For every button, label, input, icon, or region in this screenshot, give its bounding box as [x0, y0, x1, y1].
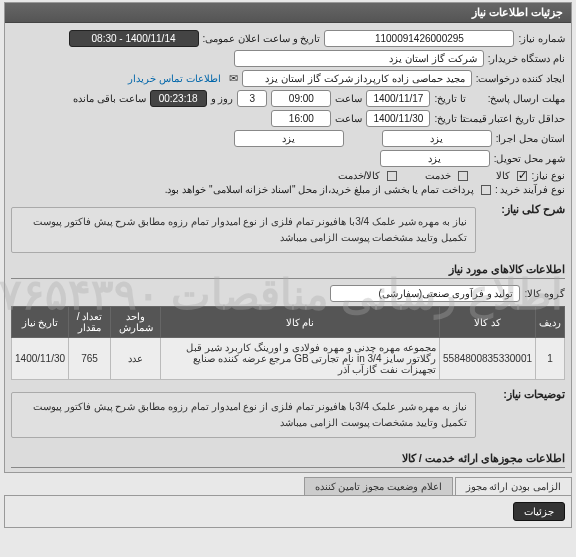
- deliver-city-label: شهر محل تحویل:: [494, 153, 565, 164]
- table-row: 1 5584800835330001 مجموعه مهره چدنی و مه…: [12, 338, 565, 380]
- cell-date: 1400/11/30: [12, 338, 69, 380]
- deadline-reply-time: 09:00: [271, 90, 331, 107]
- panel-body: شماره نیاز: 1100091426000295 تاریخ و ساع…: [5, 23, 571, 472]
- cell-qty: 765: [69, 338, 111, 380]
- goods-label: کالا: [496, 170, 510, 181]
- th-unit: واحد شمارش: [111, 307, 161, 338]
- contact-link[interactable]: اطلاعات تماس خریدار: [128, 73, 221, 84]
- th-qty: تعداد / مقدار: [69, 307, 111, 338]
- buy-process-label: نوع فرآیند خرید :: [495, 184, 565, 195]
- checkbox-buy-process: [481, 185, 491, 195]
- notes-text: نیاز به مهره شیر علمک 3/4با هافیونر تمام…: [11, 392, 476, 438]
- checkbox-goods-service: [387, 171, 397, 181]
- table-header-row: ردیف کد کالا نام کالا واحد شمارش تعداد /…: [12, 307, 565, 338]
- th-code: کد کالا: [440, 307, 536, 338]
- need-number-value: 1100091426000295: [324, 30, 514, 47]
- cell-name: مجموعه مهره چدنی و مهره فولادی و اورینگ …: [161, 338, 440, 380]
- valid-date: 1400/11/30: [366, 110, 430, 127]
- checkbox-goods: [517, 171, 527, 181]
- summary-text: نیاز به مهره شیر علمک 3/4با هافیونر تمام…: [11, 207, 476, 253]
- tab-status[interactable]: اعلام وضعیت مجوز تامین کننده: [304, 477, 453, 495]
- creator-label: ایجاد کننده درخواست:: [476, 73, 565, 84]
- req-type-label: نوع نیاز:: [531, 170, 565, 181]
- remaining-value: 00:23:18: [150, 90, 207, 107]
- notes-label: توضیحات نیاز:: [480, 388, 565, 401]
- exec-city-value: یزد: [382, 130, 492, 147]
- cell-code: 5584800835330001: [440, 338, 536, 380]
- time-label-1: ساعت: [335, 93, 362, 104]
- announce-label: تاریخ و ساعت اعلان عمومی:: [203, 33, 321, 44]
- to-date-label-2: تا تاریخ:: [434, 113, 466, 124]
- deadline-reply-label: مهلت ارسال پاسخ:: [470, 93, 565, 104]
- th-name: نام کالا: [161, 307, 440, 338]
- exec-city-label: استان محل اجرا:: [496, 133, 565, 144]
- goods-section-title: اطلاعات کالاهای مورد نیاز: [11, 263, 565, 276]
- main-panel: جزئیات اطلاعات نیاز شماره نیاز: 11000914…: [4, 2, 572, 473]
- buy-process-note: پرداخت تمام یا بخشی از مبلغ خرید،از محل …: [165, 184, 474, 195]
- details-header: جزئیات: [513, 502, 565, 521]
- bottom-tabs: الزامی بودن ارائه مجوز اعلام وضعیت مجوز …: [4, 477, 572, 495]
- day-label: روز و: [211, 93, 234, 104]
- tab-mandatory[interactable]: الزامی بودن ارائه مجوز: [455, 477, 572, 495]
- announce-value: 1400/11/14 - 08:30: [69, 30, 199, 47]
- service-label: خدمت: [425, 170, 451, 181]
- checkbox-service: [458, 171, 468, 181]
- need-number-label: شماره نیاز:: [518, 33, 565, 44]
- deliver-city-value-2: یزد: [380, 150, 490, 167]
- envelope-icon: ✉: [229, 72, 238, 85]
- to-date-label: تا تاریخ:: [434, 93, 466, 104]
- min-valid-label: حداقل تاریخ اعتبار قیمت:: [470, 113, 565, 124]
- time-label-2: ساعت: [335, 113, 362, 124]
- cell-unit: عدد: [111, 338, 161, 380]
- group-value: تولید و فرآوری صنعتی(سفارشی): [330, 285, 520, 302]
- deliver-city-value: یزد: [234, 130, 344, 147]
- panel-title: جزئیات اطلاعات نیاز: [5, 3, 571, 23]
- buyer-org-value: شرکت گاز استان یزد: [234, 50, 484, 67]
- buyer-org-label: نام دستگاه خریدار:: [488, 53, 565, 64]
- remaining-label: ساعت باقی مانده: [73, 93, 146, 104]
- valid-time: 16:00: [271, 110, 331, 127]
- cell-row: 1: [536, 338, 565, 380]
- goods-table: ردیف کد کالا نام کالا واحد شمارش تعداد /…: [11, 306, 565, 380]
- deadline-reply-date: 1400/11/17: [366, 90, 430, 107]
- goods-service-label: کالا/خدمت: [338, 170, 381, 181]
- permits-title: اطلاعات مجوزهای ارائه خدمت / کالا: [11, 452, 565, 465]
- th-row: ردیف: [536, 307, 565, 338]
- group-label: گروه کالا:: [524, 288, 565, 299]
- th-date: تاریخ نیاز: [12, 307, 69, 338]
- creator-value: مجید حماصی زاده کارپرداز شرکت گاز استان …: [242, 70, 472, 87]
- summary-title: شرح کلی نیاز:: [480, 203, 565, 216]
- days-value: 3: [237, 90, 267, 107]
